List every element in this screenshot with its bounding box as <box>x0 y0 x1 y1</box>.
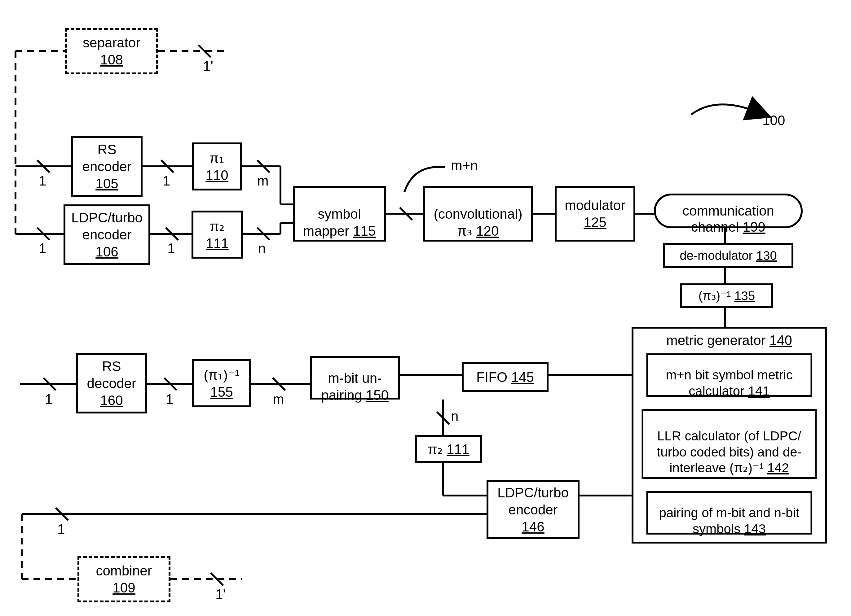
slash-label: 1 <box>39 241 46 256</box>
block-combiner: combiner 109 <box>77 556 170 603</box>
block-demodulator: de-modulator 130 <box>663 243 793 268</box>
block-pi1: π₁ 110 <box>192 142 242 190</box>
block-ref: 106 <box>95 243 118 260</box>
block-label: communication channel 199 <box>683 186 774 235</box>
svg-line-36 <box>37 228 50 240</box>
block-label: (π₃)⁻¹ 135 <box>699 288 755 304</box>
slash-label: 1 <box>167 241 175 256</box>
block-label: separator <box>83 34 140 51</box>
block-label: symbol mapper 115 <box>303 188 376 240</box>
block-label: m-bit un- pairing 150 <box>321 352 389 403</box>
block-ref: 105 <box>95 175 118 192</box>
svg-line-35 <box>257 160 270 172</box>
slash-label: 1 <box>39 174 46 188</box>
block-ref: 146 <box>522 518 544 535</box>
metric-generator-title: metric generator 140 <box>633 332 825 349</box>
slash-label: 1 <box>166 392 173 407</box>
svg-line-44 <box>56 508 68 520</box>
slash-label: 1' <box>203 59 213 74</box>
slash-label: m <box>257 174 269 188</box>
svg-line-32 <box>198 45 211 57</box>
slash-label: 1 <box>57 522 65 537</box>
block-label: combiner <box>96 562 152 579</box>
block-modulator: modulator 125 <box>555 186 635 241</box>
block-pi2-tx: π₂ 111 <box>191 211 243 259</box>
svg-line-45 <box>211 573 223 585</box>
block-ldpc-turbo-encoder-rx: LDPC/turbo encoder 146 <box>487 480 579 539</box>
block-ref: 110 <box>206 166 228 184</box>
block-label: (π₁)⁻¹ <box>204 366 239 384</box>
block-label: RS decoder <box>87 358 136 392</box>
block-symbol-mapper: symbol mapper 115 <box>293 186 386 241</box>
diagram-number: 100 <box>762 113 785 128</box>
block-diagram-canvas: 100 separator 108 1' RS encoder 105 1 1 … <box>0 0 851 616</box>
slash-label-mn: m+n <box>451 158 478 173</box>
block-ref: 109 <box>113 579 135 596</box>
block-label: π₂ 111 <box>428 441 469 458</box>
svg-line-39 <box>400 207 412 220</box>
svg-line-43 <box>437 412 450 424</box>
block-ref: 111 <box>206 235 229 252</box>
block-rs-decoder: RS decoder 160 <box>76 353 147 414</box>
block-metric-generator: metric generator 140 m+n bit symbol metr… <box>631 327 827 544</box>
svg-line-40 <box>44 378 56 390</box>
block-pi2-rx: π₂ 111 <box>415 435 482 463</box>
block-ldpc-turbo-encoder-tx: LDPC/turbo encoder 106 <box>63 204 150 265</box>
block-conv-pi3: (convolutional) π₃ 120 <box>423 186 533 241</box>
block-ref: 125 <box>583 214 606 231</box>
svg-line-33 <box>37 160 50 172</box>
block-symbol-metric-calc: m+n bit symbol metric calculator 141 <box>647 354 812 397</box>
block-fifo: FIFO 145 <box>462 362 549 392</box>
slash-label: n <box>451 409 459 424</box>
block-label: (convolutional) π₃ 120 <box>433 188 522 240</box>
block-ref: 160 <box>100 392 123 409</box>
block-label: LDPC/turbo encoder <box>498 484 569 518</box>
svg-line-41 <box>164 378 177 390</box>
block-label: FIFO 145 <box>476 369 534 385</box>
block-ref: 108 <box>100 51 123 68</box>
block-inv-pi3: (π₃)⁻¹ 135 <box>680 283 773 308</box>
block-llr-calculator: LLR calculator (of LDPC/ turbo coded bit… <box>642 409 817 479</box>
block-mbit-unpairing: m-bit un- pairing 150 <box>310 356 400 400</box>
block-inv-pi1: (π₁)⁻¹ 155 <box>192 359 251 407</box>
slash-label: 1' <box>215 587 226 602</box>
slash-label: 1 <box>45 392 53 407</box>
block-label: de-modulator 130 <box>680 248 777 263</box>
slash-label: n <box>258 241 266 256</box>
block-label: LDPC/turbo encoder <box>71 209 143 243</box>
block-pairing: pairing of m-bit and n-bit symbols 143 <box>647 491 812 535</box>
block-label: RS encoder <box>82 141 131 175</box>
block-label: modulator <box>565 197 625 214</box>
block-separator: separator 108 <box>65 28 158 74</box>
slash-label: m <box>273 392 284 407</box>
svg-line-42 <box>273 378 285 390</box>
block-communication-channel: communication channel 199 <box>654 193 803 228</box>
block-label: π₁ <box>209 150 224 166</box>
block-label: π₂ <box>210 218 225 235</box>
svg-line-38 <box>257 228 270 240</box>
svg-line-37 <box>166 228 178 240</box>
svg-line-34 <box>161 160 174 172</box>
block-rs-encoder: RS encoder 105 <box>71 136 143 197</box>
block-ref: 155 <box>210 384 233 400</box>
slash-label: 1 <box>163 174 170 188</box>
